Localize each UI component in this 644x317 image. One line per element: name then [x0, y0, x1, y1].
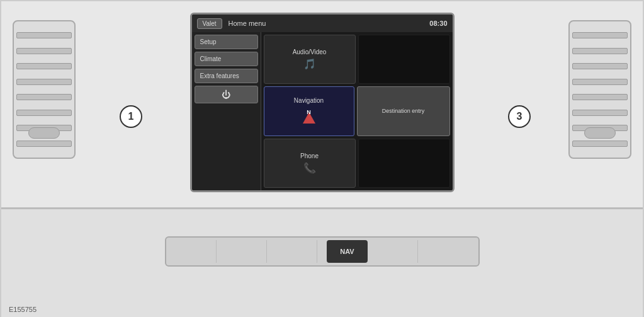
- vent-slat: [572, 94, 628, 100]
- vent-handle-right[interactable]: [584, 127, 616, 139]
- vent-slat: [572, 110, 628, 116]
- left-menu: Setup Climate Extra features ⏻: [192, 32, 261, 190]
- vent-slat: [16, 141, 72, 147]
- strip-button-3[interactable]: [276, 240, 317, 263]
- vent-slat: [16, 110, 72, 116]
- strip-button-2[interactable]: [226, 240, 267, 263]
- audio-video-label: Audio/Video: [293, 49, 327, 55]
- climate-button[interactable]: Climate: [195, 52, 258, 66]
- empty-tile-1: [358, 35, 450, 84]
- home-menu-label: Home menu: [229, 20, 430, 27]
- infotainment-screen: Valet Home menu 08:30 Setup Climate Extr…: [190, 13, 455, 192]
- strip-button-5[interactable]: [377, 240, 418, 263]
- screen-time: 08:30: [429, 20, 447, 27]
- callout-3-label: 3: [517, 111, 523, 122]
- vent-slat: [572, 63, 628, 69]
- strip-button-6[interactable]: [427, 240, 468, 263]
- callout-1: 1: [120, 105, 142, 128]
- vent-slat: [16, 48, 72, 54]
- fascia-top: Valet Home menu 08:30 Setup Climate Extr…: [1, 1, 643, 209]
- phone-row: Phone 📞: [264, 139, 450, 188]
- valet-button[interactable]: Valet: [197, 18, 222, 29]
- navigation-label: Navigation: [294, 97, 324, 104]
- vent-slat: [572, 48, 628, 54]
- navigation-tile[interactable]: Navigation N: [264, 86, 354, 135]
- phone-label: Phone: [300, 153, 319, 159]
- nav-n-label: N: [307, 109, 311, 115]
- destination-entry-tile[interactable]: Destination entry: [357, 86, 450, 135]
- phone-tile[interactable]: Phone 📞: [264, 139, 356, 188]
- music-icon: 🎵: [303, 58, 316, 70]
- vent-slat: [572, 141, 628, 147]
- audio-video-tile[interactable]: Audio/Video 🎵: [264, 35, 356, 84]
- vent-slat: [16, 63, 72, 69]
- right-vent: [568, 20, 631, 159]
- screen-body: Setup Climate Extra features ⏻ Audio/Vid…: [192, 32, 453, 190]
- vent-slat: [16, 79, 72, 85]
- vent-slat: [16, 32, 72, 38]
- dashboard: Valet Home menu 08:30 Setup Climate Extr…: [0, 0, 644, 317]
- fascia-bottom: NAV 2 E155755: [1, 209, 643, 317]
- screen-header: Valet Home menu 08:30: [192, 14, 453, 32]
- callout-1-label: 1: [128, 111, 134, 122]
- nav-button[interactable]: NAV: [327, 240, 368, 263]
- callout-3: 3: [508, 105, 531, 128]
- vent-slat: [572, 79, 628, 85]
- reference-number: E155755: [9, 306, 37, 313]
- vent-handle[interactable]: [28, 127, 60, 139]
- empty-tile-2: [358, 139, 450, 188]
- right-content: Audio/Video 🎵 Navigation N: [261, 32, 453, 190]
- audio-video-row: Audio/Video 🎵: [264, 35, 450, 84]
- extra-features-button[interactable]: Extra features: [195, 69, 258, 83]
- left-vent: [13, 20, 76, 159]
- setup-button[interactable]: Setup: [195, 35, 258, 49]
- vent-slat: [16, 94, 72, 100]
- strip-button-1[interactable]: [176, 240, 217, 263]
- phone-icon: 📞: [303, 162, 316, 174]
- power-button[interactable]: ⏻: [195, 86, 258, 103]
- bottom-button-strip: NAV: [165, 236, 480, 267]
- vent-slat: [572, 32, 628, 38]
- navigation-row: Navigation N Destination entry: [264, 86, 450, 135]
